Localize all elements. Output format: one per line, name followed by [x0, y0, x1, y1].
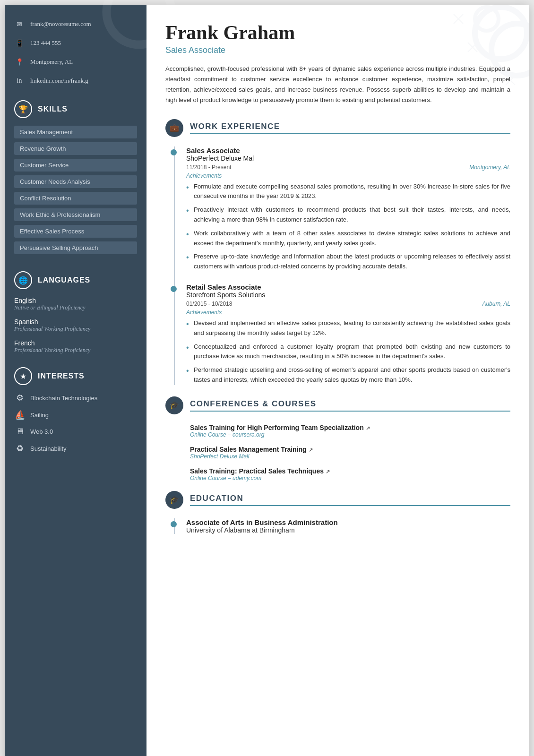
conference-title: Sales Training: Practical Sales Techniqu…	[190, 467, 510, 475]
skill-tag: Effective Sales Process	[14, 225, 137, 238]
languages-header: 🌐 LANGUAGES	[14, 271, 137, 289]
skill-tag: Sales Management	[14, 126, 137, 138]
education-entry: Associate of Arts in Business Administra…	[186, 518, 510, 534]
link-icon: ↗	[326, 469, 330, 474]
interest-item: ♻ Sustainability	[14, 443, 137, 454]
conf-list: Sales Training for High Performing Team …	[190, 424, 510, 481]
job-location: Montgomery, AL	[469, 164, 510, 171]
email-icon: ✉	[14, 19, 25, 29]
job-title: Sales Associate	[186, 146, 510, 155]
interest-icon: ♻	[14, 443, 26, 454]
language-level: Professional Working Proficiency	[14, 347, 137, 354]
interests-icon: ★	[14, 367, 32, 385]
language-item: Spanish Professional Working Proficiency	[14, 318, 137, 333]
interest-item: ⚙ Blockchain Technologies	[14, 393, 137, 403]
bullet-item: Devised and implemented an effective sal…	[186, 318, 510, 338]
skill-tag: Customer Needs Analysis	[14, 175, 137, 188]
job-location: Auburn, AL	[482, 301, 510, 307]
language-level: Native or Bilingual Proficiency	[14, 304, 137, 311]
conf-title: CONFERENCES & COURSES	[190, 399, 510, 412]
sidebar: ✉ frank@novoresume.com 📱 123 444 555 📍 M…	[5, 5, 146, 756]
company-name: ShoPerfect Deluxe Mal	[186, 155, 510, 162]
candidate-name: Frank Graham	[165, 22, 510, 43]
skills-header: 🏆 SKILLS	[14, 100, 137, 118]
skills-icon: 🏆	[14, 100, 32, 118]
conference-title: Practical Sales Management Training ↗	[190, 446, 510, 453]
language-name: English	[14, 297, 137, 304]
conference-item: Sales Training: Practical Sales Techniqu…	[190, 467, 510, 481]
main-content: Frank Graham Sales Associate Accomplishe…	[146, 5, 529, 756]
skill-tag: Persuasive Selling Approach	[14, 241, 137, 254]
conference-title: Sales Training for High Performing Team …	[190, 424, 510, 431]
phone-icon: 📱	[14, 38, 25, 48]
conference-item: Sales Training for High Performing Team …	[190, 424, 510, 438]
edu-timeline: Associate of Arts in Business Administra…	[174, 518, 510, 534]
location-value: Montgomery, AL	[30, 58, 73, 66]
main-content-inner: Frank Graham Sales Associate Accomplishe…	[165, 22, 510, 534]
job-meta: 01/2015 - 10/2018 Auburn, AL	[186, 301, 510, 307]
interests-list: ⚙ Blockchain Technologies ⛵ Sailing 🖥 We…	[14, 393, 137, 454]
conf-header: 🎓 CONFERENCES & COURSES	[165, 396, 510, 414]
edu-header: 🎓 EDUCATION	[165, 491, 510, 509]
interests-title: INTERESTS	[38, 372, 85, 380]
phone-item: 📱 123 444 555	[14, 38, 137, 48]
language-level: Professional Working Proficiency	[14, 326, 137, 333]
skill-tag: Revenue Growth	[14, 142, 137, 155]
language-item: English Native or Bilingual Proficiency	[14, 297, 137, 311]
resume-container: ✉ frank@novoresume.com 📱 123 444 555 📍 M…	[5, 5, 529, 756]
summary-text: Accomplished, growth-focused professiona…	[165, 64, 510, 105]
skill-tag: Customer Service	[14, 159, 137, 172]
language-name: French	[14, 339, 137, 347]
bullet-item: Proactively interact with customers to r…	[186, 205, 510, 225]
bullet-item: Performed strategic upselling and cross-…	[186, 365, 510, 385]
bullet-item: Conceptualized and enforced a customer l…	[186, 342, 510, 362]
work-title: WORK EXPERIENCE	[190, 122, 510, 134]
interest-icon: ⚙	[14, 393, 26, 403]
bullet-item: Work collaboratively with a team of 8 ot…	[186, 229, 510, 249]
work-experience-header: 💼 WORK EXPERIENCE	[165, 119, 510, 137]
interest-item: 🖥 Web 3.0	[14, 427, 137, 437]
conference-source: Online Course – udemy.com	[190, 475, 510, 481]
interests-header: ★ INTERESTS	[14, 367, 137, 385]
language-name: Spanish	[14, 318, 137, 326]
location-icon: 📍	[14, 57, 25, 67]
edu-school: University of Alabama at Birmingham	[186, 526, 510, 534]
edu-degree: Associate of Arts in Business Administra…	[186, 518, 510, 526]
interest-item: ⛵ Sailing	[14, 410, 137, 420]
job-date: 11/2018 - Present	[186, 164, 231, 171]
location-item: 📍 Montgomery, AL	[14, 57, 137, 67]
link-icon: ↗	[309, 447, 313, 453]
interest-label: Web 3.0	[30, 428, 53, 435]
edu-title: EDUCATION	[190, 494, 510, 506]
interest-label: Sustainability	[30, 445, 67, 452]
job-entry: Sales Associate ShoPerfect Deluxe Mal 11…	[186, 146, 510, 272]
languages-title: LANGUAGES	[38, 276, 90, 284]
email-item: ✉ frank@novoresume.com	[14, 19, 137, 29]
skills-list: Sales ManagementRevenue GrowthCustomer S…	[14, 126, 137, 258]
company-name: Storefront Sports Solutions	[186, 291, 510, 299]
language-item: French Professional Working Proficiency	[14, 339, 137, 354]
conference-source: Online Course – coursera.org	[190, 431, 510, 438]
conference-source: ShoPerfect Deluxe Mall	[190, 453, 510, 460]
work-icon: 💼	[165, 119, 183, 137]
bullet-list: Formulate and execute compelling seasona…	[186, 182, 510, 272]
interest-icon: 🖥	[14, 427, 26, 437]
bullet-item: Formulate and execute compelling seasona…	[186, 182, 510, 202]
job-date: 01/2015 - 10/2018	[186, 301, 232, 307]
conf-icon: 🎓	[165, 396, 183, 414]
skill-tag: Conflict Resolution	[14, 192, 137, 205]
work-timeline: Sales Associate ShoPerfect Deluxe Mal 11…	[174, 146, 510, 385]
skills-title: SKILLS	[38, 105, 68, 113]
languages-icon: 🌐	[14, 271, 32, 289]
phone-value: 123 444 555	[30, 39, 61, 47]
achievements-label: Achievements	[186, 309, 510, 316]
linkedin-value: linkedin.com/in/frank.g	[30, 77, 88, 85]
job-entry: Retail Sales Associate Storefront Sports…	[186, 283, 510, 385]
languages-list: English Native or Bilingual Proficiency …	[14, 297, 137, 354]
interest-icon: ⛵	[14, 410, 26, 420]
candidate-title: Sales Associate	[165, 45, 510, 55]
bullet-item: Preserve up-to-date knowledge and inform…	[186, 252, 510, 272]
edu-icon: 🎓	[165, 491, 183, 509]
interest-label: Blockchain Technologies	[30, 395, 97, 402]
bullet-list: Devised and implemented an effective sal…	[186, 318, 510, 385]
